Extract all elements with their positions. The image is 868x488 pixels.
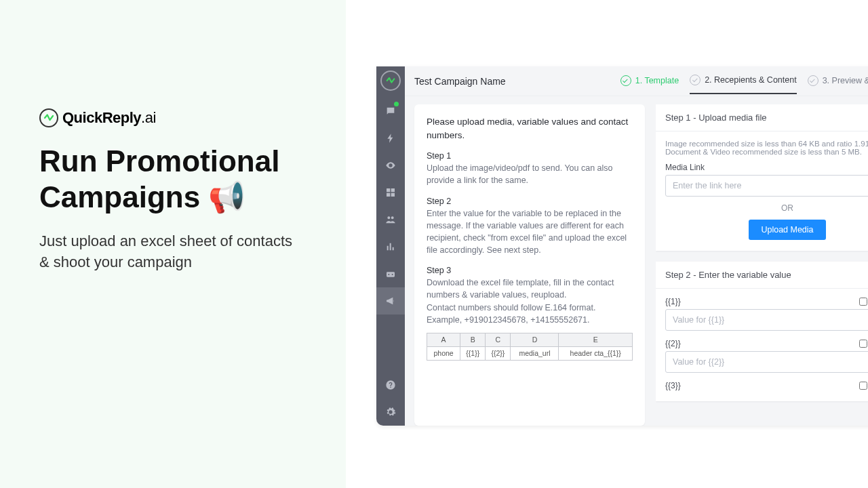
brand-logo-text: QuickReply.ai: [62, 109, 156, 127]
var1-input[interactable]: [665, 309, 868, 331]
topbar: Test Campaign Name 1. Template 2. Recepi…: [405, 66, 868, 96]
brand-logo-mark: [39, 108, 58, 127]
var2-label: {{2}}: [665, 339, 681, 348]
nav-help-icon[interactable]: [376, 371, 405, 399]
upload-hint: Image recommended size is less than 64 K…: [665, 140, 868, 156]
variable-values-panel: Step 2 - Enter the variable value {{1}} …: [656, 262, 868, 401]
media-link-input[interactable]: [665, 175, 868, 197]
upload-panel-title: Step 1 - Upload media file: [656, 104, 868, 131]
step-template[interactable]: 1. Template: [620, 68, 679, 94]
var3-from-excel-checkbox[interactable]: [859, 382, 867, 390]
var-row-2: {{2}} From Excel: [665, 339, 868, 373]
or-separator: OR: [665, 203, 868, 213]
var2-input[interactable]: [665, 351, 868, 373]
var1-label: {{1}}: [665, 297, 681, 306]
nav-eye-icon[interactable]: [376, 152, 405, 179]
var2-from-excel[interactable]: From Excel: [859, 340, 868, 348]
media-link-label: Media Link: [665, 163, 868, 172]
step1-label: Step 1: [427, 150, 633, 162]
hero-panel: QuickReply.ai Run Promotional Campaigns …: [0, 0, 346, 488]
nav-users-icon[interactable]: [376, 206, 405, 233]
app-window: Test Campaign Name 1. Template 2. Recepi…: [376, 66, 868, 426]
nav-settings-icon[interactable]: [376, 399, 405, 426]
step3-text2: Contact numbers should follow E.164 form…: [427, 302, 633, 314]
app-logo-icon: [380, 70, 401, 91]
upload-media-panel: Step 1 - Upload media file Image recomme…: [656, 104, 868, 251]
nav-chat-icon[interactable]: [376, 98, 405, 125]
step-preview[interactable]: 3. Preview & Test: [808, 68, 868, 94]
var-row-3: {{3}} From Excel: [665, 381, 868, 390]
wizard-steps: 1. Template 2. Recepients & Content 3. P…: [620, 68, 868, 94]
vars-panel-title: Step 2 - Enter the variable value: [656, 262, 868, 289]
var2-from-excel-checkbox[interactable]: [859, 340, 867, 348]
var1-from-excel-checkbox[interactable]: [859, 298, 867, 306]
instructions-card: Please upload media, variable values and…: [414, 104, 645, 426]
step2-text: Enter the value for the variable to be r…: [427, 207, 633, 257]
var3-from-excel[interactable]: From Excel: [859, 382, 868, 390]
example-table: A B C D E phone {{1}} {{2}} media_url he…: [427, 333, 633, 361]
nav-grid-icon[interactable]: [376, 179, 405, 206]
step3-text1: Download the excel file template, fill i…: [427, 277, 633, 301]
step3-text3: Example, +919012345678, +14155552671.: [427, 314, 633, 326]
content-area: Please upload media, variable values and…: [405, 104, 868, 426]
step1-text: Upload the image/video/pdf to send. You …: [427, 162, 633, 186]
step3-label: Step 3: [427, 264, 633, 277]
brand-logo: QuickReply.ai: [39, 108, 319, 127]
nav-bolt-icon[interactable]: [376, 125, 405, 152]
nav-bot-icon[interactable]: [376, 260, 405, 287]
step2-label: Step 2: [427, 195, 633, 207]
hero-title: Run Promotional Campaigns 📢: [39, 144, 319, 216]
var-row-1: {{1}} From Excel: [665, 297, 868, 331]
campaign-name: Test Campaign Name: [414, 76, 506, 87]
instructions-intro: Please upload media, variable values and…: [427, 115, 633, 142]
step-recipients[interactable]: 2. Recepients & Content: [690, 68, 797, 94]
var3-label: {{3}}: [665, 381, 681, 390]
right-column: Step 1 - Upload media file Image recomme…: [656, 104, 868, 426]
nav-chart-icon[interactable]: [376, 233, 405, 260]
upload-media-button[interactable]: Upload Media: [749, 220, 825, 240]
var1-from-excel[interactable]: From Excel: [859, 298, 868, 306]
hero-subtitle: Just upload an excel sheet of contacts &…: [39, 230, 297, 274]
nav-megaphone-icon[interactable]: [376, 287, 405, 314]
sidebar: [376, 66, 405, 426]
